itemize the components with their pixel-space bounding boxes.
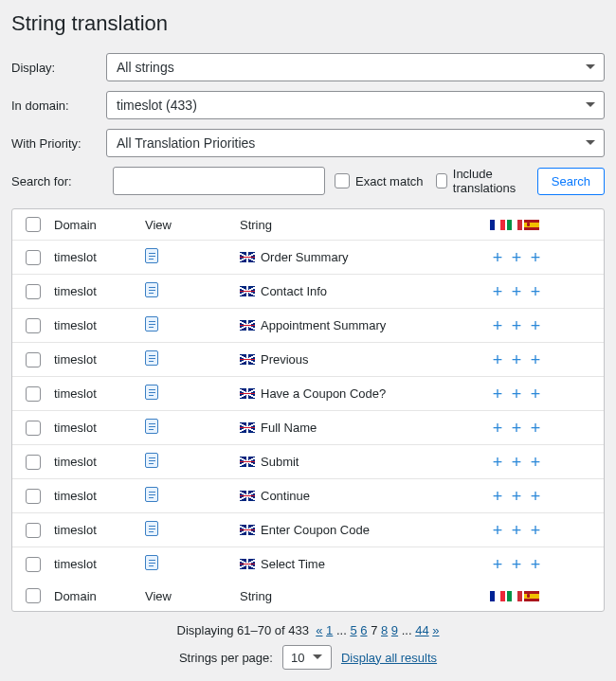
pagination-link[interactable]: 5 (350, 623, 356, 637)
uk-flag-icon (240, 491, 255, 501)
view-icon[interactable] (145, 350, 158, 366)
row-checkbox[interactable] (26, 489, 41, 504)
row-string: Submit (261, 455, 299, 469)
add-translation-button[interactable]: + (509, 351, 524, 368)
row-checkbox[interactable] (26, 386, 41, 402)
add-translation-button[interactable]: + (509, 317, 524, 334)
priority-select[interactable]: All Translation Priorities (106, 129, 605, 157)
select-all-checkbox[interactable] (26, 217, 41, 232)
pagination-link[interactable]: 8 (381, 623, 388, 637)
row-checkbox[interactable] (26, 523, 41, 538)
add-translation-button[interactable]: + (509, 488, 524, 505)
uk-flag-icon (240, 559, 255, 569)
add-translation-button[interactable]: + (528, 522, 543, 539)
add-translation-button[interactable]: + (528, 556, 543, 573)
col-domain-footer[interactable]: Domain (54, 589, 145, 603)
add-translation-button[interactable]: + (490, 454, 505, 471)
include-translations-checkbox[interactable] (436, 173, 447, 188)
display-all-link[interactable]: Display all results (341, 651, 437, 665)
col-domain-header[interactable]: Domain (54, 218, 145, 232)
row-checkbox[interactable] (26, 284, 41, 299)
view-icon[interactable] (145, 453, 158, 468)
pagination-current: 7 (371, 623, 377, 637)
pagination-link[interactable]: « (316, 623, 322, 637)
row-checkbox[interactable] (26, 352, 41, 367)
add-translation-button[interactable]: + (528, 488, 543, 505)
add-translation-button[interactable]: + (509, 522, 524, 539)
domain-label: In domain: (11, 99, 106, 113)
uk-flag-icon (240, 422, 255, 433)
add-translation-button[interactable]: + (509, 385, 524, 403)
it-flag-icon (507, 591, 522, 601)
pagination-link[interactable]: 9 (391, 623, 398, 637)
exact-match-checkbox[interactable] (335, 173, 350, 188)
table-row: timeslotContact Info+++ (12, 275, 604, 309)
row-domain: timeslot (54, 557, 145, 571)
pagination-link[interactable]: 44 (415, 623, 428, 637)
exact-match-toggle[interactable]: Exact match (335, 173, 426, 188)
col-view-header: View (145, 218, 240, 232)
search-button[interactable]: Search (537, 168, 605, 195)
view-icon[interactable] (145, 521, 158, 536)
row-checkbox[interactable] (26, 421, 41, 436)
view-icon[interactable] (145, 248, 158, 263)
include-translations-toggle[interactable]: Include translations (436, 167, 528, 195)
add-translation-button[interactable]: + (490, 351, 505, 368)
add-translation-button[interactable]: + (490, 488, 505, 505)
add-translation-button[interactable]: + (528, 385, 543, 403)
view-icon[interactable] (145, 282, 158, 297)
uk-flag-icon (240, 286, 255, 296)
row-checkbox[interactable] (26, 250, 41, 265)
view-icon[interactable] (145, 487, 158, 502)
row-checkbox[interactable] (26, 455, 41, 470)
fr-flag-icon (490, 220, 505, 230)
col-string-footer[interactable]: String (240, 589, 490, 603)
row-string: Full Name (261, 421, 317, 435)
add-translation-button[interactable]: + (528, 317, 543, 334)
select-all-footer-checkbox[interactable] (26, 588, 41, 603)
add-translation-button[interactable]: + (490, 317, 505, 334)
pagination-link[interactable]: 1 (326, 623, 333, 637)
add-translation-button[interactable]: + (509, 454, 524, 471)
per-page-label: Strings per page: (179, 651, 273, 665)
add-translation-button[interactable]: + (490, 522, 505, 539)
add-translation-button[interactable]: + (528, 420, 543, 437)
add-translation-button[interactable]: + (509, 420, 524, 437)
display-select[interactable]: All strings (106, 53, 605, 81)
add-translation-button[interactable]: + (490, 556, 505, 573)
view-icon[interactable] (145, 419, 158, 434)
pagination: Displaying 61–70 of 433 « 1 ... 5 6 7 8 … (11, 623, 605, 637)
add-translation-button[interactable]: + (528, 249, 543, 266)
view-icon[interactable] (145, 385, 158, 400)
per-page-select[interactable]: 10 (282, 645, 332, 670)
row-domain: timeslot (54, 386, 145, 401)
add-translation-button[interactable]: + (490, 283, 505, 300)
domain-select[interactable]: timeslot (433) (106, 91, 605, 119)
row-checkbox[interactable] (26, 318, 41, 333)
add-translation-button[interactable]: + (509, 556, 524, 573)
pagination-link[interactable]: 6 (360, 623, 367, 637)
table-row: timeslotPrevious+++ (12, 343, 604, 377)
add-translation-button[interactable]: + (490, 249, 505, 266)
add-translation-button[interactable]: + (528, 454, 543, 471)
col-string-header[interactable]: String (240, 218, 490, 232)
row-string: Enter Coupon Code (261, 523, 370, 537)
pagination-link[interactable]: » (432, 623, 439, 637)
it-flag-icon (507, 220, 522, 230)
pagination-ellipsis: ... (402, 623, 415, 637)
add-translation-button[interactable]: + (528, 283, 543, 300)
search-input[interactable] (113, 167, 325, 195)
add-translation-button[interactable]: + (509, 249, 524, 266)
include-translations-label: Include translations (453, 167, 528, 195)
row-domain: timeslot (54, 421, 145, 435)
table-row: timeslotEnter Coupon Code+++ (12, 513, 604, 547)
row-checkbox[interactable] (26, 557, 41, 572)
view-icon[interactable] (145, 555, 158, 570)
view-icon[interactable] (145, 316, 158, 332)
priority-label: With Priority: (11, 136, 106, 151)
pagination-summary: Displaying 61–70 of 433 (177, 623, 310, 637)
add-translation-button[interactable]: + (509, 283, 524, 300)
add-translation-button[interactable]: + (490, 385, 505, 403)
add-translation-button[interactable]: + (528, 351, 543, 368)
add-translation-button[interactable]: + (490, 420, 505, 437)
